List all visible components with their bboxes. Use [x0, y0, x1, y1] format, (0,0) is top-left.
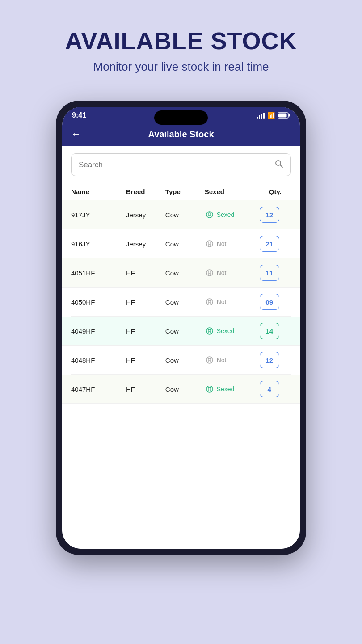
battery-icon [278, 112, 290, 119]
cell-qty: 14 [260, 323, 279, 339]
cell-qty: 09 [260, 294, 279, 310]
cell-qty: 21 [260, 236, 279, 252]
phone-inner: 9:41 📶 ← [62, 107, 300, 549]
phone-frame: 9:41 📶 ← [56, 101, 306, 555]
dna-icon [205, 384, 215, 394]
cell-type: Cow [165, 298, 205, 306]
page-subtitle: Monitor your live stock in real time [93, 60, 269, 74]
svg-point-23 [206, 386, 213, 392]
cell-name: 916JY [71, 240, 126, 248]
dna-icon [205, 268, 215, 278]
wifi-icon: 📶 [267, 112, 275, 119]
sexed-label: Sexed [217, 386, 235, 393]
dna-icon [205, 355, 215, 365]
cell-sexed: Not [205, 268, 260, 278]
cell-breed: Jersey [126, 240, 165, 248]
cell-sexed: Not [205, 297, 260, 307]
status-time: 9:41 [72, 111, 86, 119]
cell-type: Cow [165, 269, 205, 277]
cell-name: 4050HF [71, 298, 126, 306]
sexed-label: Not [217, 269, 227, 276]
sexed-label: Not [217, 356, 227, 364]
cell-breed: HF [126, 269, 165, 277]
cell-sexed: Not [205, 355, 260, 365]
cell-breed: HF [126, 356, 165, 364]
dna-icon [205, 210, 215, 220]
search-container [62, 146, 300, 183]
table-header: Name Breed Type Sexed Qty. [71, 183, 291, 200]
th-qty: Qty. [260, 188, 291, 195]
th-name: Name [71, 188, 126, 195]
cell-name: 917JY [71, 211, 126, 219]
dynamic-island [154, 110, 208, 125]
table-rows: 917JY Jersey Cow Sexed 12 916JY Jersey C… [71, 200, 291, 404]
cell-type: Cow [165, 240, 205, 248]
signal-icon [257, 112, 265, 119]
cell-sexed: Not [205, 239, 260, 249]
sexed-label: Not [217, 240, 227, 247]
cell-qty: 11 [260, 265, 279, 281]
search-input[interactable] [79, 161, 274, 169]
table-row[interactable]: 916JY Jersey Cow Not 21 [71, 229, 291, 258]
cell-breed: HF [126, 386, 165, 393]
cell-type: Cow [165, 211, 205, 219]
status-icons: 📶 [257, 112, 290, 119]
cell-type: Cow [165, 386, 205, 393]
header-title: Available Stock [88, 129, 274, 140]
svg-point-5 [206, 212, 213, 218]
table-row[interactable]: 4048HF HF Cow Not 12 [71, 346, 291, 375]
sexed-label: Not [217, 298, 227, 305]
cell-name: 4048HF [71, 356, 126, 364]
svg-rect-2 [289, 114, 290, 117]
sexed-label: Sexed [217, 327, 235, 335]
table-row[interactable]: 4049HF HF Cow Sexed 14 [62, 317, 300, 346]
th-breed: Breed [126, 188, 165, 195]
svg-point-11 [206, 270, 213, 276]
cell-sexed: Sexed [205, 326, 260, 336]
svg-point-20 [206, 357, 213, 363]
sexed-label: Sexed [217, 211, 235, 218]
table-row[interactable]: 4047HF HF Cow Sexed 4 [62, 375, 300, 404]
svg-point-14 [206, 299, 213, 305]
table-row[interactable]: 917JY Jersey Cow Sexed 12 [62, 200, 300, 229]
table-container: Name Breed Type Sexed Qty. 917JY Jersey … [62, 183, 300, 404]
svg-line-4 [280, 165, 282, 167]
search-input-wrap[interactable] [71, 153, 291, 176]
dna-icon [205, 326, 215, 336]
cell-type: Cow [165, 356, 205, 364]
dna-icon [205, 239, 215, 249]
cell-name: 4049HF [71, 327, 126, 335]
page-title: AVAILABLE STOCK [65, 27, 297, 55]
th-type: Type [165, 188, 205, 195]
cell-name: 4051HF [71, 269, 126, 277]
cell-qty: 12 [260, 352, 279, 368]
content-area: Name Breed Type Sexed Qty. 917JY Jersey … [62, 146, 300, 549]
cell-name: 4047HF [71, 386, 126, 393]
th-sexed: Sexed [205, 188, 260, 195]
back-button[interactable]: ← [71, 128, 81, 140]
cell-sexed: Sexed [205, 210, 260, 220]
cell-qty: 12 [260, 207, 279, 223]
table-row[interactable]: 4051HF HF Cow Not 11 [62, 258, 300, 288]
search-icon [274, 159, 283, 170]
svg-rect-1 [278, 114, 287, 118]
cell-qty: 4 [260, 381, 279, 397]
cell-breed: HF [126, 298, 165, 306]
cell-breed: HF [126, 327, 165, 335]
dna-icon [205, 297, 215, 307]
table-row[interactable]: 4050HF HF Cow Not 09 [71, 288, 291, 317]
app-header: ← Available Stock [62, 122, 300, 146]
svg-point-8 [206, 241, 213, 247]
cell-sexed: Sexed [205, 384, 260, 394]
cell-type: Cow [165, 327, 205, 335]
svg-point-17 [206, 328, 213, 334]
cell-breed: Jersey [126, 211, 165, 219]
